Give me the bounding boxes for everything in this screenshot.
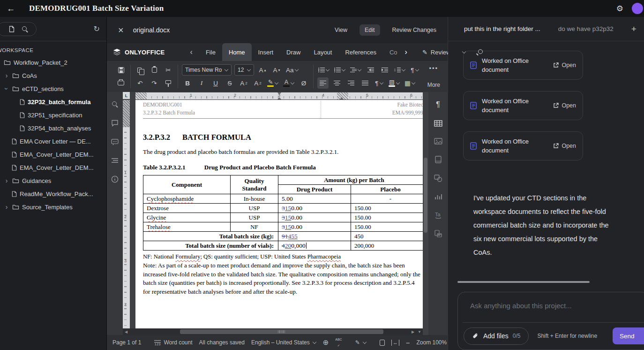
tabs-scroll-left-icon[interactable]: ‹ — [190, 48, 193, 56]
shading-icon[interactable]: ▨ — [388, 77, 401, 89]
horizontal-scrollbar[interactable]: ◀ ▶ ▼ — [123, 328, 423, 335]
italic-button[interactable]: I — [196, 77, 207, 89]
refresh-icon[interactable]: ↻ — [94, 24, 100, 33]
vertical-scrollbar[interactable] — [423, 92, 428, 335]
font-size-select[interactable]: 12 — [234, 64, 254, 76]
table-cell[interactable]: 150.00 — [351, 213, 423, 222]
scroll-down-arrow[interactable]: ▼ — [416, 330, 423, 334]
add-files-button[interactable]: Add files 0/5 — [464, 327, 529, 345]
multilevel-list-icon[interactable] — [349, 64, 362, 76]
tab-co[interactable]: Co — [383, 43, 398, 61]
table-cell[interactable]: 3150.00 — [278, 204, 351, 213]
font-name-select[interactable]: Times New Rom — [182, 64, 232, 76]
table-cell[interactable]: 450 — [351, 232, 423, 241]
sidebar-file-readme-workflow-pack-[interactable]: ReadMe_Workflow_Pack... — [0, 187, 106, 200]
language-select[interactable]: English – United States — [251, 339, 316, 346]
open-document-link[interactable]: Open — [553, 143, 576, 149]
page-indicator[interactable]: Page 1 of 1 — [112, 339, 141, 346]
find-icon[interactable] — [112, 101, 118, 107]
zoom-out-icon[interactable]: − — [406, 339, 410, 347]
decrement-font-icon[interactable]: A▾ — [271, 64, 282, 76]
bold-button[interactable]: B — [182, 77, 193, 89]
sidebar-file-ema-cover-letter-dem-[interactable]: EMA_Cover_Letter_DEM... — [0, 148, 106, 161]
table-row[interactable]: TrehaloseNF3150.00150.00 — [143, 222, 423, 232]
table-row[interactable]: CyclophosphamideIn-house5.00- — [143, 194, 423, 204]
paragraph-mark-icon[interactable]: ¶ — [409, 64, 420, 76]
vertical-ruler[interactable]: 1234 — [123, 100, 130, 328]
file-tree-icon[interactable] — [9, 26, 15, 32]
paragraph-settings-icon[interactable]: ¶ — [436, 100, 440, 109]
sidebar-file-ema-cover-letter-dem-[interactable]: EMA_Cover_Letter_DEM... — [0, 161, 106, 174]
increment-font-icon[interactable]: A▴ — [257, 64, 268, 76]
image-settings-icon[interactable] — [434, 138, 442, 145]
scroll-right-arrow[interactable]: ▶ — [410, 330, 416, 334]
chevron-right-icon[interactable]: › — [4, 177, 9, 184]
table-cell[interactable]: 3150.00 — [278, 213, 351, 222]
align-left-icon[interactable] — [317, 77, 329, 89]
chat-tab[interactable]: put this in the right folder ... — [464, 25, 540, 32]
scroll-left-arrow[interactable]: ◀ — [123, 330, 129, 334]
increase-indent-icon[interactable] — [379, 64, 390, 76]
table-cell[interactable]: Trehalose — [143, 222, 231, 232]
table-cell[interactable]: 91455 — [278, 232, 351, 241]
tab-draw[interactable]: Draw — [280, 43, 307, 61]
table-row[interactable]: DextroseUSP3150.00150.00 — [143, 204, 423, 213]
table-row[interactable]: GlycineUSP3150.00150.00 — [143, 213, 423, 222]
sidebar-file-32p32-batch-formula[interactable]: 32P32_batch_formula — [0, 95, 106, 108]
chat-scroll-indicator[interactable] — [457, 281, 590, 283]
word-count-button[interactable]: 123 Word count — [154, 339, 192, 346]
line-spacing-icon[interactable] — [393, 64, 406, 76]
table-cell[interactable]: 5.00 — [278, 194, 351, 204]
sidebar-file-32p51-specification[interactable]: 32P51_specification — [0, 108, 106, 122]
send-button[interactable]: Send — [613, 327, 644, 344]
review-changes-button[interactable]: Review Changes — [392, 27, 437, 33]
copy-icon[interactable] — [135, 64, 146, 76]
change-case-icon[interactable]: Aa — [285, 64, 300, 76]
table-cell[interactable]: USP — [231, 213, 278, 222]
cut-icon[interactable]: ✂ — [163, 64, 174, 76]
new-chat-icon[interactable]: + — [631, 24, 637, 34]
table-cell[interactable]: 150.00 — [351, 222, 423, 232]
chevron-right-icon[interactable]: › — [4, 72, 9, 79]
toolbar-more-button[interactable]: More — [427, 82, 440, 88]
about-info-icon[interactable] — [111, 175, 119, 183]
fit-page-icon[interactable] — [380, 340, 385, 346]
clear-style-icon[interactable]: Ø — [298, 77, 309, 89]
save-icon[interactable] — [115, 64, 127, 76]
sidebar-folder-coas[interactable]: ›CoAs — [0, 69, 106, 82]
justify-icon[interactable] — [359, 77, 371, 89]
user-avatar[interactable] — [632, 3, 643, 14]
fit-width-icon[interactable]: ↔ — [391, 340, 399, 346]
tab-references[interactable]: References — [338, 43, 382, 61]
table-cell[interactable]: - — [351, 194, 423, 204]
document-page[interactable]: DEMODRUG001 3.2.P.3.2 Batch Formula Fake… — [135, 100, 423, 328]
spell-check-icon[interactable]: ABC✓ — [335, 338, 342, 347]
vscroll-thumb[interactable] — [424, 158, 427, 233]
table-cell[interactable]: 150.00 — [351, 204, 423, 213]
header-footer-settings-icon[interactable] — [435, 156, 442, 163]
tab-file[interactable]: File — [199, 43, 222, 61]
open-document-link[interactable]: Open — [553, 102, 576, 109]
back-arrow-icon[interactable]: ← — [7, 4, 18, 14]
print-icon[interactable] — [115, 77, 127, 89]
track-changes-icon[interactable]: ✎ — [355, 339, 367, 346]
text-art-settings-icon[interactable]: Ta — [434, 211, 442, 219]
superscript-button[interactable]: A2 — [238, 77, 249, 89]
chart-settings-icon[interactable] — [434, 193, 442, 200]
toolbar-overflow-icon[interactable]: ••• — [429, 65, 439, 72]
tab-selector[interactable]: L — [123, 92, 130, 99]
set-language-globe-icon[interactable]: ⊕ — [323, 338, 329, 347]
right-indent-marker[interactable] — [340, 95, 344, 99]
chevron-down-icon[interactable]: › — [3, 86, 10, 91]
redo-icon[interactable]: ↷ — [149, 77, 160, 89]
table-cell[interactable]: 200,000 — [351, 241, 423, 251]
tab-insert[interactable]: Insert — [252, 43, 280, 61]
table-cell[interactable]: Total batch size (number of vials): — [143, 241, 278, 251]
table-cell[interactable]: NF — [231, 222, 278, 232]
navigation-headings-icon[interactable] — [111, 158, 119, 163]
sidebar-folder-ectd-sections[interactable]: ›eCTD_sections — [0, 82, 106, 95]
tab-layout[interactable]: Layout — [307, 43, 338, 61]
paste-icon[interactable] — [149, 64, 160, 76]
copy-style-icon[interactable] — [163, 77, 174, 89]
tabs-scroll-right-icon[interactable]: › — [405, 48, 407, 56]
